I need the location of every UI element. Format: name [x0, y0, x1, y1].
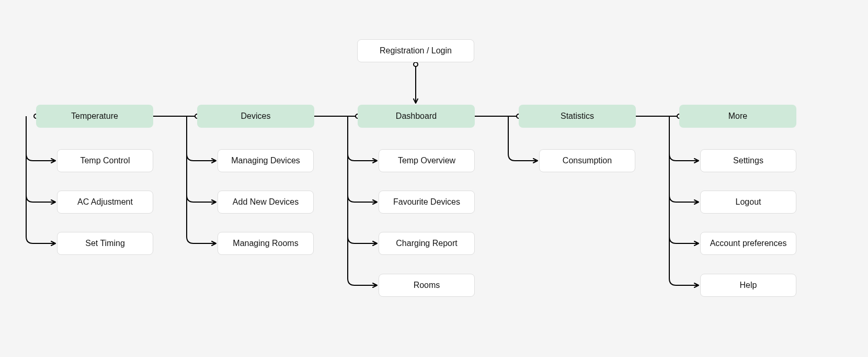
- child-label: Temp Overview: [398, 156, 455, 165]
- node-child: Charging Report: [379, 232, 475, 255]
- child-label: AC Adjustment: [77, 197, 133, 207]
- node-child: Account preferences: [700, 232, 796, 255]
- svg-point-0: [414, 62, 418, 66]
- child-label: Help: [740, 281, 757, 290]
- child-label: Set Timing: [85, 239, 125, 248]
- category-label: Statistics: [561, 111, 594, 121]
- node-root-label: Registration / Login: [380, 46, 452, 55]
- category-label: More: [728, 111, 747, 121]
- node-child: Favourite Devices: [379, 191, 475, 214]
- child-label: Managing Devices: [231, 156, 300, 165]
- node-child: Settings: [700, 149, 796, 172]
- child-label: Managing Rooms: [233, 239, 298, 248]
- child-label: Charging Report: [396, 239, 457, 248]
- node-category-temperature: Temperature: [36, 105, 153, 128]
- child-label: Rooms: [414, 281, 440, 290]
- node-category-dashboard: Dashboard: [358, 105, 475, 128]
- child-label: Consumption: [563, 156, 612, 165]
- node-child: Managing Devices: [218, 149, 314, 172]
- node-child: Help: [700, 274, 796, 297]
- child-label: Account preferences: [710, 239, 787, 248]
- node-child: Logout: [700, 191, 796, 214]
- node-category-more: More: [679, 105, 796, 128]
- node-child: Managing Rooms: [218, 232, 314, 255]
- node-child: Add New Devices: [218, 191, 314, 214]
- child-label: Temp Control: [80, 156, 130, 165]
- child-label: Logout: [736, 197, 761, 207]
- node-child: Consumption: [539, 149, 635, 172]
- node-category-devices: Devices: [197, 105, 314, 128]
- category-label: Temperature: [71, 111, 118, 121]
- node-root: Registration / Login: [357, 39, 474, 62]
- node-child: Temp Control: [57, 149, 153, 172]
- node-child: Rooms: [379, 274, 475, 297]
- child-label: Settings: [733, 156, 763, 165]
- node-child: Temp Overview: [379, 149, 475, 172]
- category-label: Devices: [241, 111, 271, 121]
- child-label: Favourite Devices: [393, 197, 460, 207]
- category-label: Dashboard: [396, 111, 437, 121]
- node-child: AC Adjustment: [57, 191, 153, 214]
- node-category-statistics: Statistics: [519, 105, 636, 128]
- node-child: Set Timing: [57, 232, 153, 255]
- child-label: Add New Devices: [233, 197, 299, 207]
